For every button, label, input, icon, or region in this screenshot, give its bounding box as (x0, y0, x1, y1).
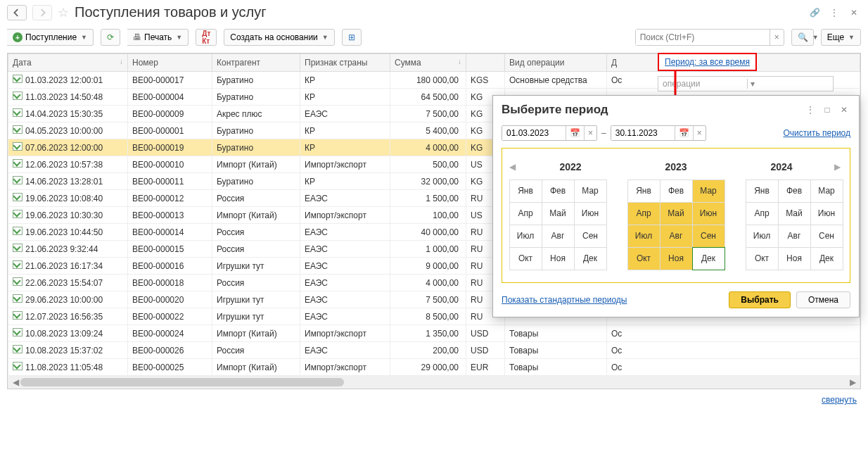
create-based-button[interactable]: Создать на основании▼ (224, 29, 334, 46)
show-standard-link[interactable]: Показать стандартные периоды (502, 295, 627, 305)
month-cell[interactable]: Ноя (778, 247, 811, 270)
month-cell[interactable]: Июн (692, 202, 725, 225)
search-input[interactable] (636, 30, 770, 45)
month-cell[interactable]: Апр (627, 202, 660, 225)
month-cell[interactable]: Янв (627, 180, 660, 203)
month-cell[interactable]: Апр (509, 202, 542, 225)
month-cell[interactable]: Сен (574, 225, 607, 248)
month-cell[interactable]: Июн (574, 202, 607, 225)
create-button[interactable]: +Поступление▼ (7, 29, 94, 46)
cancel-button[interactable]: Отмена (796, 291, 850, 308)
month-cell[interactable]: Янв (746, 180, 779, 203)
month-cell[interactable]: Окт (509, 247, 542, 270)
structure-button[interactable]: ⊞ (342, 29, 362, 46)
month-cell[interactable]: Апр (746, 202, 779, 225)
month-cell[interactable]: Дек (574, 247, 607, 270)
month-cell[interactable]: Янв (509, 180, 542, 203)
horizontal-scrollbar[interactable]: ◀ ▶ (8, 376, 860, 389)
month-cell[interactable]: Ноя (660, 247, 693, 270)
month-cell[interactable]: Дек (692, 247, 725, 270)
month-cell[interactable]: Авг (778, 225, 811, 248)
doc-icon (13, 311, 23, 320)
nav-back-button[interactable] (7, 5, 27, 20)
dialog-close-icon[interactable]: ✕ (838, 105, 850, 115)
next-year-button[interactable]: ▶ (834, 162, 843, 172)
scroll-left-icon[interactable]: ◀ (11, 377, 20, 387)
print-button[interactable]: 🖶Печать▼ (127, 29, 189, 46)
month-cell[interactable]: Окт (746, 247, 779, 270)
operation-filter-field[interactable]: операции ▾ (658, 76, 834, 92)
col-contractor[interactable]: Контрагент (212, 54, 300, 72)
print-label: Печать (144, 32, 172, 42)
nav-forward-button[interactable] (32, 5, 52, 20)
year-label: 2022 (518, 161, 623, 172)
create-label: Поступление (25, 32, 77, 42)
more-label: Еще (827, 32, 844, 42)
clear-period-link[interactable]: Очистить период (783, 128, 850, 138)
col-operation[interactable]: Вид операции (505, 54, 607, 72)
month-cell[interactable]: Ноя (542, 247, 575, 270)
search-button[interactable]: 🔍▼ (791, 29, 814, 46)
col-date[interactable]: Дата↓ (8, 54, 128, 72)
more-button[interactable]: Еще▼ (821, 29, 861, 46)
month-cell[interactable]: Фев (660, 180, 693, 203)
scroll-right-icon[interactable]: ▶ (848, 377, 857, 387)
table-row[interactable]: 11.08.2023 11:05:48BE00-000025Импорт (Ки… (8, 359, 860, 376)
doc-icon (13, 328, 23, 336)
doc-icon (13, 193, 23, 201)
month-cell[interactable]: Сен (692, 225, 725, 248)
prev-year-button[interactable]: ◀ (509, 162, 518, 172)
range-dash: – (601, 128, 606, 138)
col-sum[interactable]: Сумма↓ (390, 54, 466, 72)
favorite-icon[interactable]: ☆ (58, 5, 69, 20)
chevron-down-icon[interactable]: ▾ (747, 79, 834, 89)
month-cell[interactable]: Июл (746, 225, 779, 248)
close-icon[interactable]: ✕ (847, 6, 861, 20)
month-cell[interactable]: Май (660, 202, 693, 225)
scroll-thumb[interactable] (20, 378, 344, 386)
month-cell[interactable]: Авг (542, 225, 575, 248)
dialog-maximize-icon[interactable]: □ (821, 105, 834, 115)
search-clear-button[interactable]: × (770, 30, 784, 45)
year-label: 2023 (623, 161, 729, 172)
month-cell[interactable]: Дек (810, 247, 843, 270)
month-cell[interactable]: Фев (542, 180, 575, 203)
clear-to-button[interactable]: × (693, 126, 706, 140)
month-cell[interactable]: Мар (810, 180, 843, 203)
month-cell[interactable]: Июл (627, 225, 660, 248)
calendar-icon[interactable]: 📅 (566, 126, 584, 140)
table-row[interactable]: 10.08.2023 15:37:02BE00-000026РоссияЕАЭС… (8, 342, 860, 359)
col-currency[interactable] (466, 54, 505, 72)
date-to-input[interactable] (611, 126, 675, 140)
doc-icon (13, 244, 23, 252)
month-cell[interactable]: Мар (574, 180, 607, 203)
month-cell[interactable]: Сен (810, 225, 843, 248)
refresh-button[interactable]: ⟳ (101, 29, 120, 46)
calendar-icon[interactable]: 📅 (675, 126, 693, 140)
clear-from-button[interactable]: × (584, 126, 596, 140)
col-number[interactable]: Номер (128, 54, 212, 72)
date-from-input[interactable] (502, 126, 566, 140)
period-link[interactable]: Период: за все время (665, 57, 750, 67)
kebab-icon[interactable]: ⋮ (827, 6, 841, 20)
doc-icon (13, 210, 23, 218)
dialog-kebab-icon[interactable]: ⋮ (804, 105, 817, 115)
month-cell[interactable]: Окт (627, 247, 660, 270)
doc-icon (13, 294, 23, 303)
dtkt-button[interactable]: ДтКт (196, 29, 217, 46)
doc-icon (13, 227, 23, 235)
collapse-link[interactable]: свернуть (822, 395, 857, 405)
month-cell[interactable]: Авг (660, 225, 693, 248)
select-button[interactable]: Выбрать (729, 291, 791, 308)
doc-icon (13, 125, 23, 134)
col-country[interactable]: Признак страны (300, 54, 390, 72)
month-cell[interactable]: Июн (810, 202, 843, 225)
month-cell[interactable]: Мар (692, 180, 725, 203)
month-cell[interactable]: Май (542, 202, 575, 225)
table-row[interactable]: 10.08.2023 13:09:24BE00-000024Импорт (Ки… (8, 325, 860, 342)
month-cell[interactable]: Фев (778, 180, 811, 203)
month-cell[interactable]: Май (778, 202, 811, 225)
month-cell[interactable]: Июл (509, 225, 542, 248)
link-icon[interactable]: 🔗 (808, 6, 822, 20)
doc-icon (13, 108, 23, 117)
